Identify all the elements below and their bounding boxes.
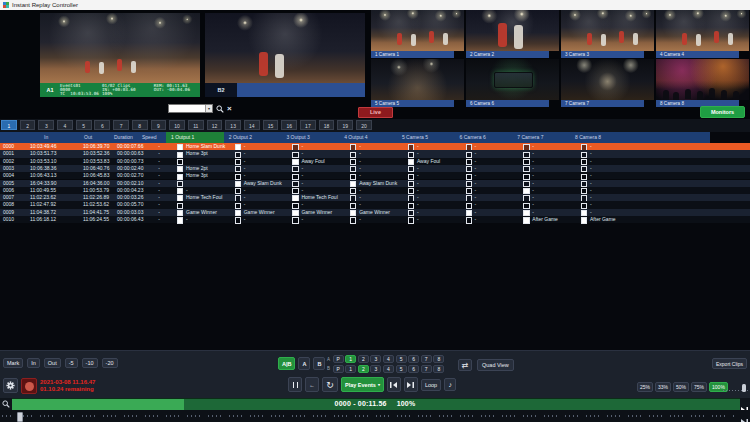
event-checkbox[interactable] xyxy=(177,217,183,223)
tab-6[interactable]: 6 xyxy=(94,120,110,130)
channel-a-2-button[interactable]: 2 xyxy=(358,355,369,363)
mark-button[interactable]: Mark xyxy=(3,358,23,368)
10-button[interactable]: -10 xyxy=(82,358,98,368)
search-dropdown-icon[interactable]: ▾ xyxy=(205,105,212,112)
channel-a-5-button[interactable]: 5 xyxy=(396,355,407,363)
table-row[interactable]: 001011:06:18.1211:06:24.5500:00:06.43---… xyxy=(0,216,750,223)
table-row[interactable]: 000310:06:38.3610:06:40.7600:00:02.40-Ho… xyxy=(0,165,750,172)
live-button[interactable]: Live xyxy=(358,107,393,118)
monitors-button[interactable]: Monitors xyxy=(700,106,745,118)
tab-11[interactable]: 11 xyxy=(188,120,204,130)
channel-b-7-button[interactable]: 7 xyxy=(421,365,432,373)
tab-13[interactable]: 13 xyxy=(225,120,241,130)
tab-12[interactable]: 12 xyxy=(207,120,223,130)
20-button[interactable]: -20 xyxy=(102,358,118,368)
tab-20[interactable]: 20 xyxy=(356,120,372,130)
camera-thumbnail[interactable]: 4 Camera 4 xyxy=(656,10,749,58)
tab-16[interactable]: 16 xyxy=(281,120,297,130)
channel-a-8-button[interactable]: 8 xyxy=(433,355,444,363)
channel-b-5-button[interactable]: 5 xyxy=(396,365,407,373)
camera-thumbnail[interactable]: 6 Camera 6 xyxy=(466,59,559,107)
channel-a-1-button[interactable]: 1 xyxy=(345,355,356,363)
timeline-handle[interactable] xyxy=(17,412,23,422)
speed-25pct-button[interactable]: 25% xyxy=(637,382,653,392)
event-checkbox[interactable] xyxy=(466,217,472,223)
play-events-dropdown[interactable]: Play Events ▾ xyxy=(341,377,384,392)
camera-thumbnail[interactable]: 5 Camera 5 xyxy=(371,59,464,107)
event-checkbox[interactable] xyxy=(523,217,529,223)
tab-19[interactable]: 19 xyxy=(337,120,353,130)
record-button[interactable] xyxy=(21,378,37,394)
channel-a-program-button[interactable]: P xyxy=(333,355,344,363)
camera-thumbnail[interactable]: 7 Camera 7 xyxy=(561,59,654,107)
table-row[interactable]: 000210:03:53.1010:03:53.8300:00:00.73--A… xyxy=(0,158,750,165)
tab-18[interactable]: 18 xyxy=(319,120,335,130)
tab-9[interactable]: 9 xyxy=(151,120,167,130)
camera-thumbnail[interactable]: 8 Camera 8 xyxy=(656,59,749,107)
swap-channels-icon[interactable]: ⇄ xyxy=(458,359,472,371)
table-row[interactable]: 000110:03:51.7310:03:52.3600:00:00.63-Ho… xyxy=(0,150,750,157)
speed-50pct-button[interactable]: 50% xyxy=(673,382,689,392)
camera-thumbnail[interactable]: 1 Camera 1 xyxy=(371,10,464,58)
timeline-ruler[interactable] xyxy=(0,410,750,422)
skip-to-end-button[interactable] xyxy=(404,377,418,392)
pause-button[interactable] xyxy=(288,377,302,392)
channel-b-3-button[interactable]: 3 xyxy=(370,365,381,373)
b-button[interactable]: B xyxy=(313,357,325,370)
tab-1[interactable]: 1 xyxy=(1,120,17,130)
out-button[interactable]: Out xyxy=(44,358,61,368)
channel-b-6-button[interactable]: 6 xyxy=(408,365,419,373)
ab-toggle-button[interactable]: A|B xyxy=(278,357,295,370)
5-button[interactable]: -5 xyxy=(65,358,78,368)
tab-4[interactable]: 4 xyxy=(57,120,73,130)
monitor-b[interactable]: B2 xyxy=(205,13,365,97)
channel-b-8-button[interactable]: 8 xyxy=(433,365,444,373)
channel-a-6-button[interactable]: 6 xyxy=(408,355,419,363)
tab-15[interactable]: 15 xyxy=(263,120,279,130)
channel-b-1-button[interactable]: 1 xyxy=(345,365,356,373)
channel-a-3-button[interactable]: 3 xyxy=(370,355,381,363)
export-clips-button[interactable]: Export Clips xyxy=(712,358,747,369)
a-button[interactable]: A xyxy=(298,357,310,370)
tab-17[interactable]: 17 xyxy=(300,120,316,130)
table-row[interactable]: 000611:00:49.5511:00:53.7900:00:04.23---… xyxy=(0,187,750,194)
table-row[interactable]: 000811:02:47.9211:02:53.6200:00:05.70---… xyxy=(0,201,750,208)
in-button[interactable]: In xyxy=(27,358,40,368)
table-row[interactable]: 000010:03:49.4610:06:39.7000:00:07.66-Ho… xyxy=(0,143,750,150)
channel-a-7-button[interactable]: 7 xyxy=(421,355,432,363)
camera-thumbnail[interactable]: 2 Camera 2 xyxy=(466,10,559,58)
audio-button[interactable]: ♪ xyxy=(444,378,456,391)
tab-2[interactable]: 2 xyxy=(20,120,36,130)
tab-10[interactable]: 10 xyxy=(169,120,185,130)
speed-75pct-button[interactable]: 75% xyxy=(691,382,707,392)
table-row[interactable]: 000410:06:43.1310:06:45.8300:00:02.70-Ho… xyxy=(0,172,750,179)
tab-7[interactable]: 7 xyxy=(113,120,129,130)
channel-b-2-button[interactable]: 2 xyxy=(358,365,369,373)
channel-a-4-button[interactable]: 4 xyxy=(383,355,394,363)
previous-event-button[interactable]: ← xyxy=(305,377,319,392)
quad-view-button[interactable]: Quad View xyxy=(477,359,514,371)
speed-33pct-button[interactable]: 33% xyxy=(655,382,671,392)
tab-3[interactable]: 3 xyxy=(38,120,54,130)
settings-button[interactable] xyxy=(3,378,18,393)
timeline-skip-end-button[interactable] xyxy=(740,412,749,422)
table-row[interactable]: 000711:02:23.6211:02:26.8900:00:03.26-Ho… xyxy=(0,194,750,201)
loop-button[interactable]: Loop xyxy=(421,379,441,391)
table-row[interactable]: 000516:04:33.9016:04:36.0000:00:02.10-Aw… xyxy=(0,180,750,187)
search-icon[interactable] xyxy=(216,105,224,113)
event-checkbox[interactable] xyxy=(292,217,298,223)
tab-8[interactable]: 8 xyxy=(132,120,148,130)
search-input[interactable] xyxy=(169,105,205,112)
clear-search-icon[interactable]: × xyxy=(227,104,232,113)
skip-to-start-button[interactable] xyxy=(387,377,401,392)
jog-dial-button[interactable]: ↻ xyxy=(322,377,338,392)
event-checkbox[interactable] xyxy=(408,217,414,223)
channel-b-4-button[interactable]: 4 xyxy=(383,365,394,373)
table-row[interactable]: 000911:04:38.7211:04:41.7500:00:03.03-Ga… xyxy=(0,209,750,216)
tab-5[interactable]: 5 xyxy=(76,120,92,130)
event-checkbox[interactable] xyxy=(235,217,241,223)
event-checkbox[interactable] xyxy=(350,217,356,223)
channel-b-program-button[interactable]: P xyxy=(333,365,344,373)
event-checkbox[interactable] xyxy=(581,217,587,223)
slider-handle[interactable] xyxy=(742,384,746,392)
